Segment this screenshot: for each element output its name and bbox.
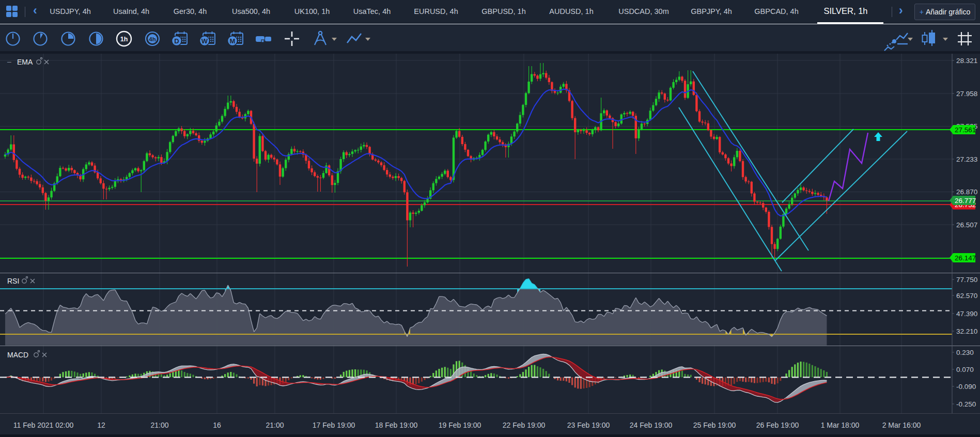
svg-text:27.233: 27.233 [956, 155, 977, 163]
svg-text:26.777: 26.777 [955, 197, 976, 205]
svg-text:2 Mar 16:00: 2 Mar 16:00 [882, 421, 921, 429]
svg-text:17 Feb 19:00: 17 Feb 19:00 [313, 421, 355, 429]
svg-text:-0.250: -0.250 [956, 400, 976, 408]
svg-text:MACD: MACD [7, 351, 28, 359]
svg-text:27.958: 27.958 [956, 90, 977, 98]
svg-text:1 Mar 18:00: 1 Mar 18:00 [821, 421, 860, 429]
svg-text:12: 12 [97, 421, 105, 429]
svg-text:0.070: 0.070 [956, 366, 974, 373]
svg-text:19 Feb 19:00: 19 Feb 19:00 [439, 421, 481, 429]
svg-text:D: D [174, 37, 179, 45]
svg-text:4h: 4h [149, 36, 155, 42]
svg-text:26 Feb 19:00: 26 Feb 19:00 [756, 421, 799, 429]
svg-text:W: W [201, 37, 208, 45]
svg-text:M: M [230, 37, 236, 45]
svg-text:RSI: RSI [7, 277, 19, 285]
svg-text:32.210: 32.210 [956, 327, 977, 335]
svg-text:25 Feb 19:00: 25 Feb 19:00 [693, 421, 736, 429]
svg-text:26.870: 26.870 [956, 188, 977, 196]
svg-text:62.570: 62.570 [956, 292, 977, 300]
svg-text:0.230: 0.230 [956, 349, 974, 356]
svg-text:21:00: 21:00 [266, 421, 284, 429]
svg-text:27.561: 27.561 [955, 126, 976, 134]
svg-text:16: 16 [213, 421, 221, 429]
svg-text:18 Feb 19:00: 18 Feb 19:00 [375, 421, 418, 429]
svg-text:28.321: 28.321 [956, 57, 977, 65]
svg-text:21:00: 21:00 [150, 421, 168, 429]
svg-text:–: – [7, 57, 11, 66]
svg-text:23 Feb 19:00: 23 Feb 19:00 [567, 421, 610, 429]
svg-text:22 Feb 19:00: 22 Feb 19:00 [503, 421, 546, 429]
svg-text:26.147: 26.147 [955, 254, 976, 262]
svg-text:77.750: 77.750 [956, 276, 977, 284]
svg-text:EMA: EMA [17, 58, 33, 66]
svg-text:47.390: 47.390 [956, 310, 977, 318]
svg-text:1h: 1h [120, 36, 128, 43]
svg-text:26.507: 26.507 [956, 221, 977, 229]
svg-text:11 Feb 2021 02:00: 11 Feb 2021 02:00 [13, 421, 74, 429]
svg-text:-0.090: -0.090 [956, 383, 976, 391]
svg-text:24 Feb 19:00: 24 Feb 19:00 [630, 421, 673, 429]
